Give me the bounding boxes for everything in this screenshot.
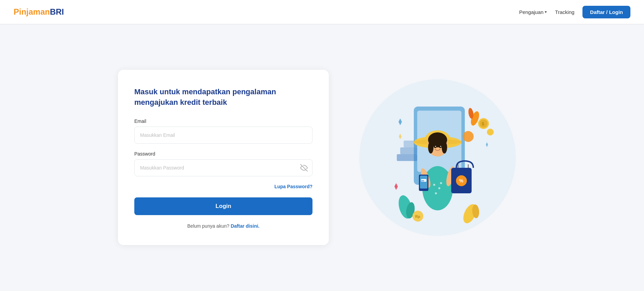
nav-tracking[interactable]: Tracking [555, 9, 574, 15]
illustration-circle: BRI [359, 79, 516, 236]
svg-text:%: % [459, 178, 463, 183]
svg-point-41 [487, 129, 494, 135]
illustration-svg: BRI [366, 86, 509, 229]
svg-marker-36 [394, 183, 398, 190]
register-prompt: Belum punya akun? [187, 223, 230, 229]
daftar-login-button[interactable]: Daftar / Login [582, 6, 630, 18]
svg-point-10 [440, 182, 442, 184]
tracking-label: Tracking [555, 9, 574, 15]
svg-point-7 [433, 184, 435, 186]
register-section: Belum punya akun? Daftar disini. [134, 223, 312, 229]
svg-rect-4 [400, 147, 417, 154]
svg-point-48 [463, 131, 474, 142]
svg-point-9 [435, 192, 437, 194]
logo-bri: BRI [50, 7, 64, 17]
svg-point-27 [440, 146, 441, 147]
svg-point-22 [442, 141, 447, 153]
nav-pengajuan[interactable]: Pengajuan ▾ [519, 9, 547, 15]
svg-point-26 [435, 146, 436, 147]
email-input[interactable] [134, 127, 312, 144]
svg-point-8 [438, 187, 440, 189]
eye-icon[interactable] [300, 164, 308, 172]
password-label: Password [134, 151, 312, 157]
logo-pinjaman: Pinjaman [14, 7, 50, 17]
svg-text:Rp: Rp [415, 214, 420, 219]
password-input[interactable] [134, 159, 312, 176]
svg-marker-35 [399, 118, 402, 125]
svg-marker-37 [486, 142, 488, 147]
email-form-group: Email [134, 118, 312, 144]
forgot-password-link[interactable]: Lupa Password? [134, 184, 312, 189]
register-link[interactable]: Daftar disini. [231, 223, 259, 229]
svg-text:$: $ [482, 122, 484, 126]
svg-point-23 [428, 141, 434, 153]
login-title: Masuk untuk mendapatkan pengalaman menga… [134, 87, 298, 108]
svg-rect-14 [420, 176, 427, 189]
svg-text:BRI: BRI [421, 180, 424, 182]
svg-marker-49 [399, 134, 402, 139]
main-nav: Pengajuan ▾ Tracking Daftar / Login [519, 6, 630, 18]
password-wrapper [134, 159, 312, 176]
chevron-down-icon: ▾ [545, 10, 547, 14]
login-card: Masuk untuk mendapatkan pengalaman menga… [118, 70, 329, 245]
email-label: Email [134, 118, 312, 124]
main-content: Masuk untuk mendapatkan pengalaman menga… [0, 24, 644, 291]
pengajuan-label: Pengajuan [519, 9, 544, 15]
site-header: Pinjaman BRI Pengajuan ▾ Tracking Daftar… [0, 0, 644, 24]
svg-rect-3 [397, 154, 417, 161]
illustration-area: BRI [349, 79, 526, 236]
logo: Pinjaman BRI [14, 7, 64, 17]
password-form-group: Password [134, 151, 312, 176]
login-button[interactable]: Login [134, 197, 312, 215]
